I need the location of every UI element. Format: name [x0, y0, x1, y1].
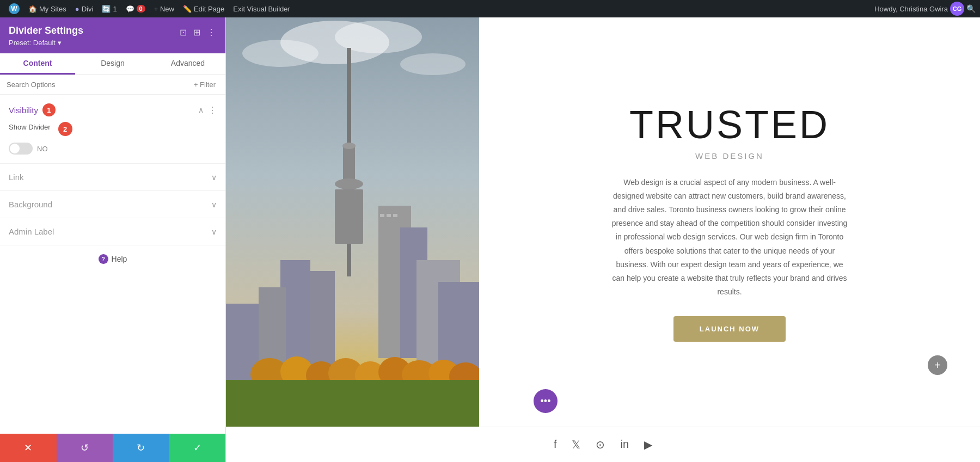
- redo-button[interactable]: ↻: [113, 434, 169, 462]
- admin-label-title: Admin Label: [9, 227, 54, 236]
- svg-point-5: [400, 53, 465, 75]
- visibility-badge: 1: [42, 103, 56, 116]
- tab-advanced[interactable]: Advanced: [150, 53, 225, 75]
- comment-bubble[interactable]: 💬 0: [121, 0, 150, 17]
- preview-wrapper: TRUSTED WEB DESIGN Web design is a cruci…: [226, 17, 980, 462]
- instagram-icon[interactable]: ⊙: [596, 438, 605, 451]
- tab-design[interactable]: Design: [75, 53, 150, 75]
- undo-button[interactable]: ↺: [57, 434, 113, 462]
- twitter-icon[interactable]: 𝕏: [572, 438, 580, 451]
- tab-content[interactable]: Content: [0, 53, 75, 75]
- section-header-left: Visibility 1: [9, 103, 56, 116]
- hero-text-col: TRUSTED WEB DESIGN Web design is a cruci…: [479, 17, 980, 427]
- refresh-icon: 🔄: [102, 5, 111, 13]
- svg-point-10: [335, 178, 363, 189]
- divi-icon: ●: [75, 5, 79, 13]
- avatar[interactable]: CG: [950, 2, 964, 16]
- panel-title: Divider Settings: [9, 25, 83, 36]
- admin-bar-right: Howdy, Christina Gwira CG 🔍: [874, 2, 976, 16]
- launch-button[interactable]: LAUNCH NOW: [673, 316, 786, 342]
- link-chevron-icon[interactable]: ∨: [211, 173, 217, 182]
- filter-button[interactable]: + Filter: [191, 79, 219, 90]
- home-icon: 🏠: [28, 5, 37, 13]
- search-input[interactable]: [7, 81, 186, 89]
- step-badge-2: 2: [58, 122, 72, 136]
- screen-options-icon[interactable]: ⊡: [179, 26, 188, 39]
- svg-rect-21: [393, 214, 397, 217]
- add-element-button[interactable]: +: [928, 355, 947, 375]
- link-title: Link: [9, 173, 24, 182]
- new-button[interactable]: + New: [150, 0, 179, 17]
- visibility-more-icon[interactable]: ⋮: [208, 105, 217, 115]
- cancel-button[interactable]: ✕: [0, 434, 57, 462]
- svg-point-4: [242, 40, 318, 67]
- background-chevron-icon[interactable]: ∨: [211, 200, 217, 209]
- hero-image-col: [226, 17, 479, 427]
- exit-builder-button[interactable]: Exit Visual Builder: [229, 0, 295, 17]
- panel-content: Visibility 1 ∧ ⋮ Show Divider 2 NO: [0, 95, 225, 434]
- more-options-icon[interactable]: ⋮: [206, 26, 217, 39]
- search-icon[interactable]: 🔍: [966, 4, 976, 13]
- visibility-section-body: Show Divider 2 NO: [0, 122, 225, 163]
- toggle-row: NO: [9, 143, 217, 155]
- show-divider-toggle[interactable]: [9, 143, 33, 155]
- facebook-icon[interactable]: f: [554, 438, 557, 451]
- svg-rect-31: [226, 380, 479, 427]
- float-options-button[interactable]: •••: [534, 389, 558, 413]
- svg-rect-20: [387, 214, 391, 217]
- my-sites-menu[interactable]: 🏠 My Sites: [24, 0, 71, 17]
- hero-split: TRUSTED WEB DESIGN Web design is a cruci…: [226, 17, 980, 427]
- user-greeting: Howdy, Christina Gwira: [874, 5, 948, 13]
- left-panel: Divider Settings Preset: Default ▾ ⊡ ⊞ ⋮…: [0, 17, 226, 462]
- wp-logo[interactable]: W: [4, 0, 24, 17]
- tabs-row: Content Design Advanced: [0, 53, 225, 75]
- social-row: f 𝕏 ⊙ in ▶: [226, 427, 980, 462]
- visibility-section-header[interactable]: Visibility 1 ∧ ⋮: [0, 95, 225, 122]
- link-section[interactable]: Link ∨: [0, 163, 225, 190]
- main-layout: Divider Settings Preset: Default ▾ ⊡ ⊞ ⋮…: [0, 17, 980, 462]
- youtube-icon[interactable]: ▶: [644, 438, 652, 451]
- help-label: Help: [112, 255, 127, 263]
- edit-icon: ✏️: [183, 5, 192, 13]
- admin-bar: W 🏠 My Sites ● Divi 🔄 1 💬 0 + New ✏️ Edi…: [0, 0, 980, 17]
- help-icon: ?: [99, 254, 108, 264]
- background-title: Background: [9, 200, 52, 209]
- panel-header-actions: ⊡ ⊞ ⋮: [179, 26, 217, 39]
- toggle-state-label: NO: [37, 145, 48, 153]
- panel-header: Divider Settings Preset: Default ▾ ⊡ ⊞ ⋮: [0, 17, 225, 53]
- visibility-title: Visibility: [9, 106, 38, 115]
- svg-rect-18: [310, 271, 335, 369]
- show-divider-label: Show Divider: [9, 123, 51, 131]
- save-button[interactable]: ✓: [169, 434, 226, 462]
- help-row[interactable]: ? Help: [0, 245, 225, 273]
- section-header-right: ∧ ⋮: [198, 105, 217, 115]
- svg-rect-9: [335, 189, 363, 244]
- hero-title: TRUSTED: [629, 102, 830, 147]
- toggle-knob: [10, 144, 20, 153]
- divi-menu[interactable]: ● Divi: [71, 0, 98, 17]
- comment-icon: 💬: [126, 5, 134, 13]
- comments-menu[interactable]: 🔄 1: [97, 0, 121, 17]
- svg-rect-19: [380, 214, 384, 217]
- preset-chevron-icon: ▾: [58, 39, 62, 47]
- background-section[interactable]: Background ∨: [0, 190, 225, 218]
- admin-label-chevron-icon[interactable]: ∨: [211, 227, 217, 236]
- hero-body: Web design is a crucial aspect of any mo…: [610, 176, 849, 299]
- linkedin-icon[interactable]: in: [620, 438, 629, 451]
- panel-preset: Preset: Default ▾: [9, 39, 83, 47]
- hero-subtitle: WEB DESIGN: [695, 151, 764, 161]
- visibility-chevron-icon[interactable]: ∧: [198, 106, 204, 114]
- split-view-icon[interactable]: ⊞: [192, 26, 201, 39]
- svg-point-8: [342, 143, 356, 149]
- edit-page-button[interactable]: ✏️ Edit Page: [179, 0, 229, 17]
- city-image: [226, 17, 479, 427]
- admin-label-section[interactable]: Admin Label ∨: [0, 218, 225, 245]
- wordpress-icon: W: [9, 3, 20, 14]
- comment-count: 0: [137, 5, 145, 13]
- bottom-bar: ✕ ↺ ↻ ✓: [0, 434, 225, 462]
- search-row: + Filter: [0, 75, 225, 95]
